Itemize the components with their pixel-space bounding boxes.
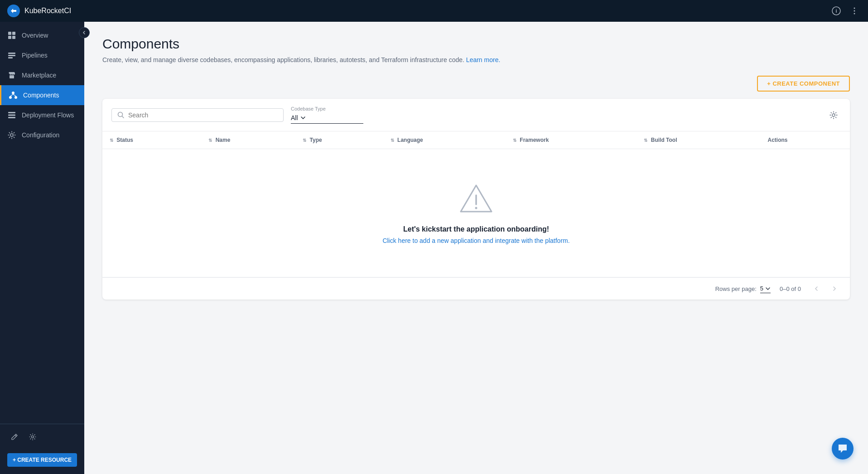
svg-rect-6 bbox=[8, 32, 11, 35]
actions-bar: + CREATE COMPONENT bbox=[102, 76, 850, 92]
pagination-row: Rows per page: 5 0–0 of 0 bbox=[102, 277, 850, 300]
svg-point-25 bbox=[475, 207, 477, 209]
body-layout: Overview Pipelines bbox=[0, 22, 868, 474]
filter-row: Codebase Type All bbox=[102, 99, 850, 131]
more-options-icon[interactable] bbox=[848, 5, 861, 17]
column-header-type[interactable]: ⇅ Type bbox=[295, 131, 383, 149]
pipelines-icon bbox=[7, 51, 16, 60]
sidebar-item-overview[interactable]: Overview bbox=[0, 25, 84, 45]
sidebar-item-components-label: Components bbox=[23, 92, 59, 99]
sidebar-item-deployment-flows-label: Deployment Flows bbox=[22, 111, 74, 119]
svg-point-4 bbox=[854, 10, 855, 12]
top-navigation: KubeRocketCI i bbox=[0, 0, 868, 22]
sort-icon-type: ⇅ bbox=[303, 138, 306, 143]
table-header-row: ⇅ Status ⇅ Name ⇅ Type ⇅ bbox=[102, 131, 850, 149]
page-header: Components Create, view, and manage dive… bbox=[102, 36, 850, 65]
empty-state-cell: Let's kickstart the application onboardi… bbox=[102, 149, 850, 277]
svg-rect-12 bbox=[8, 57, 13, 58]
empty-state-title: Let's kickstart the application onboardi… bbox=[403, 225, 549, 233]
sidebar-item-marketplace[interactable]: Marketplace bbox=[0, 65, 84, 85]
sidebar-item-components[interactable]: Components bbox=[0, 85, 84, 105]
svg-point-15 bbox=[9, 96, 12, 99]
sort-icon-status: ⇅ bbox=[110, 138, 113, 143]
svg-point-23 bbox=[832, 114, 835, 116]
rows-per-page-select[interactable]: 5 bbox=[760, 284, 771, 293]
svg-rect-7 bbox=[12, 32, 15, 35]
codebase-type-filter: Codebase Type All bbox=[291, 106, 363, 124]
overview-icon bbox=[7, 31, 16, 40]
empty-state-link[interactable]: Click here to add a new application and … bbox=[382, 237, 569, 244]
column-header-name[interactable]: ⇅ Name bbox=[201, 131, 295, 149]
configuration-icon bbox=[7, 131, 16, 140]
main-content: Components Create, view, and manage dive… bbox=[84, 22, 868, 474]
search-box bbox=[111, 108, 284, 122]
sidebar-bottom-tools bbox=[0, 424, 84, 450]
chat-icon bbox=[838, 444, 848, 454]
empty-state-row: Let's kickstart the application onboardi… bbox=[102, 149, 850, 277]
column-header-actions: Actions bbox=[760, 131, 850, 149]
sidebar: Overview Pipelines bbox=[0, 22, 84, 474]
learn-more-link[interactable]: Learn more. bbox=[466, 56, 500, 63]
sidebar-item-deployment-flows[interactable]: Deployment Flows bbox=[0, 105, 84, 125]
page-range-info: 0–0 of 0 bbox=[780, 285, 801, 292]
next-page-button[interactable] bbox=[828, 282, 841, 295]
search-input[interactable] bbox=[128, 111, 278, 119]
create-component-button[interactable]: + CREATE COMPONENT bbox=[757, 76, 850, 92]
svg-rect-19 bbox=[8, 117, 15, 118]
chevron-left-icon bbox=[813, 285, 820, 292]
sort-icon-language: ⇅ bbox=[391, 138, 394, 143]
table-container: Codebase Type All bbox=[102, 99, 850, 300]
chevron-down-icon bbox=[765, 286, 771, 291]
edit-icon[interactable] bbox=[7, 430, 22, 444]
svg-rect-9 bbox=[12, 36, 15, 39]
page-description: Create, view, and manage diverse codebas… bbox=[102, 55, 850, 65]
column-header-framework[interactable]: ⇅ Framework bbox=[506, 131, 637, 149]
sort-icon-build-tool: ⇅ bbox=[644, 138, 647, 143]
deployment-flows-icon bbox=[7, 111, 16, 120]
column-header-build-tool[interactable]: ⇅ Build Tool bbox=[637, 131, 760, 149]
sort-icon-framework: ⇅ bbox=[513, 138, 516, 143]
chevron-down-icon bbox=[300, 115, 306, 121]
search-icon bbox=[117, 111, 125, 119]
svg-rect-11 bbox=[8, 55, 15, 56]
codebase-type-select[interactable]: All bbox=[291, 112, 363, 124]
sidebar-item-marketplace-label: Marketplace bbox=[22, 72, 56, 79]
app-title: KubeRocketCI bbox=[24, 7, 71, 15]
info-icon[interactable]: i bbox=[830, 5, 843, 17]
chevron-right-icon bbox=[831, 285, 838, 292]
svg-rect-8 bbox=[8, 36, 11, 39]
svg-rect-17 bbox=[8, 112, 15, 113]
table-settings-icon[interactable] bbox=[826, 108, 841, 122]
rows-per-page: Rows per page: 5 bbox=[715, 284, 771, 293]
empty-state: Let's kickstart the application onboardi… bbox=[110, 155, 843, 271]
svg-point-14 bbox=[12, 92, 14, 94]
sidebar-item-pipelines[interactable]: Pipelines bbox=[0, 45, 84, 65]
svg-point-5 bbox=[854, 13, 855, 15]
svg-rect-13 bbox=[10, 75, 14, 78]
sidebar-item-pipelines-label: Pipelines bbox=[22, 52, 48, 59]
svg-point-20 bbox=[10, 134, 13, 136]
fab-chat-button[interactable] bbox=[832, 438, 854, 459]
create-resource-button[interactable]: + CREATE RESOURCE bbox=[7, 453, 77, 467]
page-title: Components bbox=[102, 36, 850, 52]
sidebar-nav: Overview Pipelines bbox=[0, 22, 84, 424]
warning-icon bbox=[458, 182, 494, 214]
svg-rect-10 bbox=[8, 53, 15, 54]
rows-per-page-label: Rows per page: bbox=[715, 285, 757, 292]
svg-point-16 bbox=[14, 96, 17, 99]
svg-point-21 bbox=[32, 436, 34, 438]
column-header-language[interactable]: ⇅ Language bbox=[383, 131, 506, 149]
rows-per-page-value: 5 bbox=[760, 285, 763, 292]
components-icon bbox=[9, 91, 18, 100]
sidebar-item-configuration-label: Configuration bbox=[22, 131, 59, 139]
svg-text:i: i bbox=[835, 8, 837, 14]
sidebar-item-configuration[interactable]: Configuration bbox=[0, 125, 84, 145]
nav-actions: i bbox=[830, 5, 861, 17]
app-logo bbox=[7, 5, 20, 17]
components-table: ⇅ Status ⇅ Name ⇅ Type ⇅ bbox=[102, 131, 850, 277]
settings-icon[interactable] bbox=[25, 430, 40, 444]
sidebar-item-overview-label: Overview bbox=[22, 32, 48, 39]
sidebar-toggle[interactable] bbox=[79, 27, 90, 38]
prev-page-button[interactable] bbox=[810, 282, 823, 295]
column-header-status[interactable]: ⇅ Status bbox=[102, 131, 201, 149]
